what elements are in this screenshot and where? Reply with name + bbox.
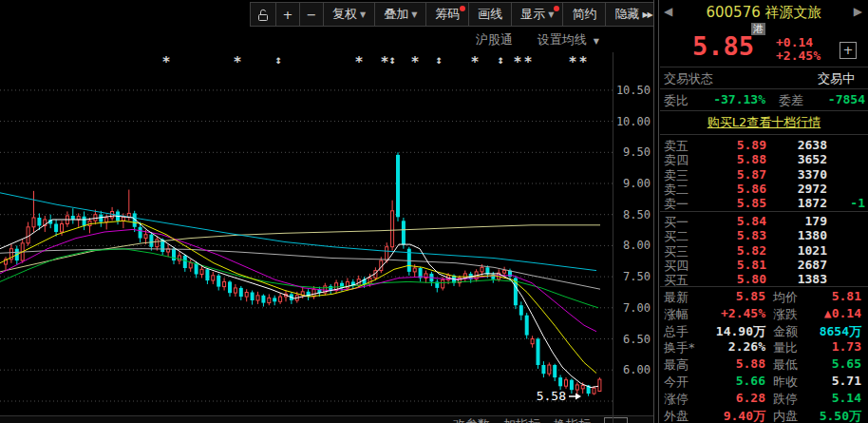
stat-label: 均价 (773, 289, 798, 306)
price-axis-label: 9.50 (623, 145, 651, 159)
buy-volume: 1021 (798, 243, 827, 258)
stat-label: 跌停 (773, 391, 798, 408)
stat-label: 内盘 (773, 408, 798, 423)
stat-value: 14.90万 (716, 323, 765, 340)
sell-volume: 2638 (798, 138, 827, 152)
switch-indicator-button[interactable]: 换指标 (554, 417, 591, 423)
stats-row: 总手 14.90万 金额 8654万 (660, 322, 868, 339)
price-axis-label: 8.00 (623, 239, 651, 252)
sell-row[interactable]: 卖一 5.85 1872 -1 (660, 196, 868, 210)
sell-row[interactable]: 卖五 5.89 2638 (660, 138, 868, 152)
stat-value: 5.65 (832, 356, 861, 371)
event-marker-icon: ↕ (435, 53, 442, 67)
price-axis-label: 7.50 (623, 270, 651, 283)
divider (660, 67, 868, 67)
chip-distribution-button[interactable]: 筹码 (425, 2, 469, 27)
indicator-bottom-bar: 改参数 加指标 换指标 ⋯ (0, 415, 653, 423)
more-button[interactable]: ⋯ (604, 417, 628, 423)
sell-volume: 3652 (798, 152, 827, 166)
stat-label: 换手* (664, 339, 695, 356)
chart-toolbar: + − 复权 ▼ 叠加 ▼ 筹码 画线 显示 ▼ 简约 隐藏 ▶▶ (251, 2, 688, 27)
price-change: +0.14 +2.45% (776, 36, 821, 63)
hide-label: 隐藏 (614, 6, 639, 23)
price-axis-label: 6.50 (623, 333, 651, 346)
display-button[interactable]: 显示 ▼ (511, 2, 563, 27)
buy-price: 5.84 (737, 214, 766, 228)
simple-mode-label: 简约 (572, 6, 596, 23)
event-marker-icon: ∗ (354, 52, 363, 67)
chevron-down-icon: ▼ (594, 37, 599, 46)
divider (660, 110, 868, 111)
buy-row[interactable]: 买二 5.83 1380 (660, 228, 868, 242)
change-params-button[interactable]: 改参数 (453, 417, 490, 423)
stat-value: 9.40万 (724, 408, 765, 423)
event-markers: ∗∗↕∗∗↕∗↕∗↕∗∗∗∗ (161, 52, 587, 67)
stat-label: 最新 (664, 289, 689, 306)
buy-l2-link[interactable]: 购买L2查看十档行情 (708, 115, 821, 129)
sell-row[interactable]: 卖三 5.87 3370 (660, 167, 868, 182)
stock-code-name[interactable]: 600576 祥源文旅 (660, 4, 868, 22)
overlay-button[interactable]: 叠加 ▼ (374, 2, 426, 27)
lock-button[interactable] (250, 2, 276, 27)
sell-price: 5.88 (737, 152, 766, 166)
notification-dot (554, 6, 559, 11)
simple-mode-button[interactable]: 简约 (562, 2, 606, 27)
kline-chart-area[interactable]: ∗∗↕∗∗↕∗↕∗↕∗∗∗∗5.58 (0, 52, 613, 415)
sell-row[interactable]: 卖二 5.86 2972 (660, 182, 868, 196)
stat-label: 外盘 (664, 408, 689, 423)
buy-row[interactable]: 买一 5.84 179 (660, 214, 868, 228)
sell-price: 5.85 (737, 196, 766, 210)
event-marker-icon: ∗ (523, 52, 532, 67)
stat-value: 5.14 (832, 391, 861, 405)
weicha-value: -7854 (828, 92, 865, 106)
set-ma-button[interactable]: 设置均线 ▼ (538, 31, 599, 48)
add-indicator-button[interactable]: 加指标 (503, 417, 540, 423)
divider (660, 286, 868, 287)
set-ma-label: 设置均线 (538, 32, 587, 47)
zoom-out-button[interactable]: − (299, 2, 324, 27)
stat-value: 1.73 (832, 339, 861, 354)
display-label: 显示 (520, 6, 545, 23)
hgt-connect-label[interactable]: 沪股通 (476, 31, 513, 48)
kline-chart-svg[interactable]: ∗∗↕∗∗↕∗↕∗↕∗∗∗∗5.58 (0, 52, 613, 415)
candles-layer (5, 152, 601, 395)
stats-row: 今开 5.66 昨收 5.71 (660, 373, 868, 390)
sell-volume-delta: -1 (850, 196, 865, 210)
adjust-price-button[interactable]: 复权 ▼ (323, 2, 375, 27)
zoom-in-button[interactable]: + (275, 2, 300, 27)
event-marker-icon: ↕ (497, 53, 503, 67)
buy-row[interactable]: 买三 5.82 1021 (660, 243, 868, 258)
event-marker-icon: ↕ (388, 53, 395, 67)
event-marker-icon: ∗ (380, 52, 388, 67)
change-value: +0.14 (776, 36, 821, 49)
buy-row[interactable]: 买四 5.81 2687 (660, 258, 868, 272)
buy-price: 5.81 (737, 258, 766, 272)
svg-text:5.58: 5.58 (537, 389, 566, 403)
buy-row[interactable]: 买五 5.80 1383 (660, 272, 868, 286)
stats-row: 最新 5.85 均价 5.81 (660, 288, 868, 305)
stat-label: 涨跌 (773, 306, 798, 323)
event-marker-icon: ∗ (470, 52, 479, 67)
event-marker-icon: ∗ (161, 52, 170, 67)
grid-lines (0, 90, 613, 401)
stat-value: 5.88 (736, 356, 765, 371)
stat-label: 金额 (773, 323, 798, 340)
double-arrow-right-icon: ▶▶ (642, 10, 651, 19)
price-axis-label: 6.00 (623, 363, 651, 376)
l2-quote-link-row: 购买L2查看十档行情 (660, 114, 868, 131)
buy-volume: 179 (805, 214, 827, 228)
stats-row: 涨停 6.28 跌停 5.14 (660, 390, 868, 407)
sell-volume: 2972 (798, 182, 827, 196)
stat-label: 总手 (664, 323, 689, 340)
stat-label: 今开 (664, 374, 689, 391)
stat-label: 最高 (664, 356, 689, 374)
next-stock-button[interactable]: ▶ (854, 5, 862, 18)
adjust-price-label: 复权 (332, 6, 357, 23)
event-marker-icon: ∗ (578, 52, 587, 67)
divider (660, 88, 868, 89)
draw-line-button[interactable]: 画线 (468, 2, 512, 27)
sell-row[interactable]: 卖四 5.88 3652 (660, 152, 868, 166)
stat-value: 2.26% (728, 339, 765, 354)
add-to-watchlist-button[interactable]: + (840, 42, 857, 59)
price-axis-label: 7.00 (623, 301, 651, 315)
